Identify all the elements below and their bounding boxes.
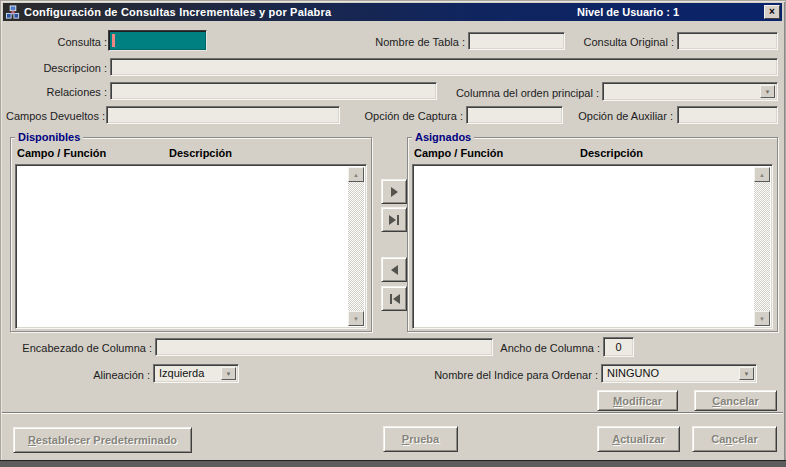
alineacion-value: Izquierda (159, 367, 204, 379)
consulta-input[interactable] (108, 30, 207, 51)
move-all-left-button[interactable] (381, 286, 407, 311)
arrow-left-icon (391, 265, 398, 275)
descripcion-label: Descripcion : (10, 59, 107, 77)
arrow-up-icon[interactable]: ▲ (348, 167, 364, 182)
relaciones-input[interactable] (110, 82, 437, 100)
opcion-captura-label: Opción de Captura : (352, 107, 463, 125)
dialog-window: Configuración de Consultas Incrementales… (0, 0, 786, 467)
modificar-button[interactable]: Modificar (597, 390, 678, 411)
opcion-auxiliar-label: Opción de Auxiliar : (556, 107, 673, 125)
asignados-col-campo: Campo / Función (414, 147, 503, 159)
asignados-group: Asignados Campo / Función Descripción ▲ … (407, 137, 778, 332)
encabezado-label: Encabezado de Columna : (20, 339, 152, 357)
move-all-right-button[interactable] (381, 207, 407, 232)
arrow-down-icon[interactable]: ▼ (754, 311, 770, 326)
app-icon[interactable] (5, 5, 21, 20)
text-caret (112, 34, 115, 47)
arrow-right-icon (391, 187, 398, 197)
disponibles-col-campo: Campo / Función (17, 147, 106, 159)
disponibles-group: Disponibles Campo / Función Descripción … (10, 137, 372, 332)
move-right-button[interactable] (381, 179, 407, 204)
asignados-col-desc: Descripción (580, 147, 643, 159)
consulta-original-label: Consulta Original : (544, 33, 674, 51)
user-level-label: Nivel de Usuario : 1 (523, 6, 733, 18)
relaciones-label: Relaciones : (10, 83, 107, 101)
indice-select[interactable]: NINGUNO ▼ (601, 364, 757, 383)
alineacion-select[interactable]: Izquierda ▼ (153, 364, 239, 383)
columna-orden-label: Columna del orden principal : (430, 84, 599, 102)
asignados-scrollbar[interactable]: ▲ ▼ (754, 167, 770, 326)
window-title: Configuración de Consultas Incrementales… (24, 6, 331, 18)
descripcion-input[interactable] (110, 58, 778, 76)
move-left-button[interactable] (381, 257, 407, 282)
chevron-down-icon[interactable]: ▼ (760, 85, 775, 98)
ancho-label: Ancho de Columna : (478, 339, 600, 357)
consulta-original-input[interactable] (677, 32, 778, 50)
prueba-button[interactable]: Prueba (383, 426, 458, 452)
restablecer-button[interactable]: Restablecer Predeterminado (13, 427, 192, 453)
ancho-input[interactable]: 0 (603, 337, 634, 357)
cancelar-detalle-button[interactable]: Cancelar (694, 390, 777, 411)
title-bar[interactable]: Configuración de Consultas Incrementales… (3, 3, 782, 21)
alineacion-label: Alineación : (58, 366, 150, 384)
campos-devueltos-input[interactable] (106, 106, 340, 124)
actualizar-button[interactable]: Actualizar (597, 426, 680, 452)
cancelar-button[interactable]: Cancelar (692, 426, 777, 452)
opcion-auxiliar-input[interactable] (677, 106, 778, 124)
opcion-captura-input[interactable] (466, 106, 563, 124)
disponibles-title: Disponibles (15, 130, 83, 144)
disponibles-col-desc: Descripción (169, 147, 232, 159)
indice-value: NINGUNO (607, 367, 659, 379)
chevron-down-icon[interactable]: ▼ (221, 367, 236, 380)
separator (2, 412, 783, 414)
campos-devueltos-label: Campos Devueltos : (6, 107, 103, 125)
arrow-right-bar-icon (389, 215, 396, 225)
consulta-label: Consulta : (10, 33, 107, 51)
close-icon[interactable]: × (764, 5, 780, 19)
window-bottom-edge (0, 460, 786, 467)
indice-label: Nombre del Indice para Ordenar : (428, 366, 598, 384)
chevron-down-icon[interactable]: ▼ (739, 367, 754, 380)
arrow-left-bar-icon (393, 294, 400, 304)
nombre-tabla-label: Nombre de Tabla : (330, 33, 465, 51)
disponibles-scrollbar[interactable]: ▲ ▼ (348, 167, 364, 326)
arrow-up-icon[interactable]: ▲ (754, 167, 770, 182)
arrow-down-icon[interactable]: ▼ (348, 311, 364, 326)
asignados-list[interactable]: ▲ ▼ (412, 164, 773, 329)
asignados-title: Asignados (412, 130, 474, 144)
encabezado-input[interactable] (155, 338, 493, 356)
columna-orden-select[interactable]: ▼ (602, 82, 778, 101)
disponibles-list[interactable]: ▲ ▼ (15, 164, 367, 329)
